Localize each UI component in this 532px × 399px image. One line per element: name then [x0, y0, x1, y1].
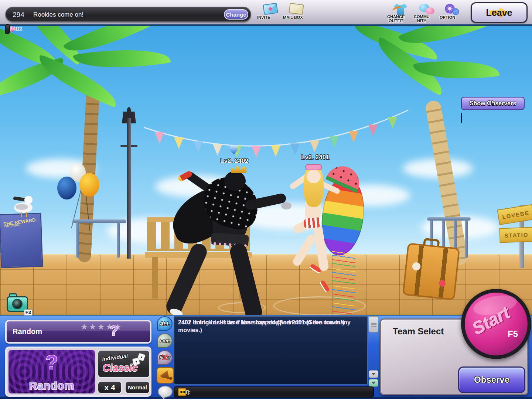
lamp-post [127, 118, 131, 259]
start-button[interactable]: Start F5 [461, 289, 531, 359]
top-bar: 294 Rookies come on! Change INVITE MAIL … [0, 0, 532, 26]
player-name: 2401 [9, 26, 23, 33]
right-sign-bottom-text: STATIO [504, 231, 528, 238]
floor-marking [273, 296, 366, 316]
community-label: COMMU NITY [414, 15, 430, 23]
room-number: 294 [13, 11, 24, 19]
rule-line1: Individual [102, 353, 128, 362]
gear-icon [452, 8, 459, 15]
start-hotkey-label: F5 [508, 329, 518, 339]
option-label: OPTION [440, 16, 455, 20]
mailbox-button[interactable]: MAIL BOX [283, 4, 309, 24]
chat-bubble-icon[interactable] [158, 386, 173, 398]
leave-label: Leave [486, 7, 512, 18]
chat-input[interactable]: [All]: [174, 386, 374, 398]
railing-left [117, 222, 120, 258]
community-button[interactable]: COMMU NITY [414, 4, 440, 24]
character-face [307, 170, 321, 183]
scroll-down-button[interactable] [369, 379, 378, 387]
unknown-difficulty-mark: ? [110, 323, 118, 339]
speed-badge[interactable]: Normal [125, 381, 150, 394]
banner-flag [252, 146, 261, 157]
banner-flag [290, 143, 300, 155]
cloud [236, 203, 336, 230]
bikini-top [306, 195, 320, 202]
banner-flag [349, 131, 358, 143]
chat-tab-filter[interactable]: Filter [157, 350, 173, 365]
seagull [21, 212, 22, 217]
invite-envelope-icon [263, 3, 278, 15]
banner-flag [174, 137, 184, 149]
suitcase-sticker [439, 280, 446, 287]
right-sign-top-text: LOVEBE [502, 209, 529, 220]
dice-icon [132, 357, 140, 366]
team-select-title: Team Select [393, 326, 444, 337]
observe-button[interactable]: Observe [458, 366, 525, 393]
banner-flag [193, 141, 203, 153]
character-hair [304, 165, 324, 207]
mailbox-envelope-icon [289, 3, 304, 15]
character-level-label-right: Lv2. 2401 [301, 154, 330, 161]
chat-tab-fam[interactable]: Fam [157, 333, 173, 348]
bench [152, 257, 158, 299]
bench [239, 257, 245, 299]
chat-message: 2402 doing tricks as if time has stopped… [178, 318, 367, 334]
chat-tab-fam-label: Fam [160, 338, 170, 344]
emote-button[interactable] [178, 388, 186, 396]
floor-marking [218, 302, 266, 313]
player-name-bar [5, 24, 10, 34]
camera-lens-icon [12, 299, 23, 309]
railing-left [76, 222, 79, 258]
goggles [305, 164, 322, 170]
change-outfit-label: CHANGE OUTFIT [387, 15, 405, 23]
player-slot[interactable] [5, 33, 7, 34]
lamp-post [127, 107, 131, 112]
leave-button[interactable]: Leave [471, 2, 528, 23]
start-label: Start [469, 302, 513, 339]
banner-flag [155, 132, 164, 144]
invite-label: INVITE [257, 16, 270, 20]
chat-tab-all-label: ALL [160, 321, 170, 327]
seagull [16, 204, 28, 210]
character-arm [289, 170, 314, 190]
mode-title: Random [13, 327, 42, 336]
camera-button[interactable]: F3 [7, 293, 30, 314]
balloon-yellow [79, 173, 99, 197]
mailbox-label: MAIL BOX [283, 16, 303, 20]
right-sign-top: LOVEBE [497, 204, 532, 225]
option-button[interactable]: OPTION [440, 4, 466, 24]
banner-flag [310, 140, 320, 152]
speech-bubbles-icon [426, 7, 434, 14]
rule-line2: Classic [103, 362, 138, 374]
seagull [26, 212, 27, 217]
banner-flag [368, 125, 378, 136]
banner-flag [271, 145, 280, 157]
railing-right [427, 217, 471, 221]
invite-button[interactable]: INVITE [257, 4, 283, 24]
chat-tab-filter-label: Filter [159, 355, 170, 360]
chat-tab-all[interactable]: ALL [157, 316, 173, 331]
difficulty-stars: ★★★★★ ★★★★★ ? [81, 322, 147, 341]
suitcase-sticker [412, 262, 420, 270]
change-outfit-button[interactable]: CHANGE OUTFIT [387, 4, 413, 24]
megaphone-icon [169, 377, 172, 380]
show-observers-button[interactable]: Show Observers ▲ [461, 97, 525, 110]
seagull [24, 196, 33, 204]
random-song-box[interactable]: ? Random [8, 350, 95, 393]
banner-flag [329, 136, 339, 148]
observe-label: Observe [474, 375, 509, 385]
game-rule-card[interactable]: Individual Classic [98, 350, 150, 378]
megaphone-button[interactable] [157, 367, 174, 383]
triangle-up-icon: ▲ [490, 100, 495, 106]
balloon-blue [57, 177, 76, 200]
banner-flag [213, 144, 222, 156]
song-select-frame: ? Random Individual Classic x 4 Normal [5, 347, 151, 397]
mode-panel[interactable]: Random ★★★★★ ★★★★★ ? [5, 320, 151, 344]
random-song-label: Random [29, 380, 74, 392]
change-room-title-button[interactable]: Change [224, 9, 248, 20]
scrollbar-thumb[interactable] [369, 316, 378, 332]
cloud [155, 175, 240, 198]
scroll-down-button[interactable] [369, 370, 378, 378]
player-slots-row: Master 2402 2401 [5, 33, 527, 92]
multiplier-badge[interactable]: x 4 [98, 381, 122, 394]
